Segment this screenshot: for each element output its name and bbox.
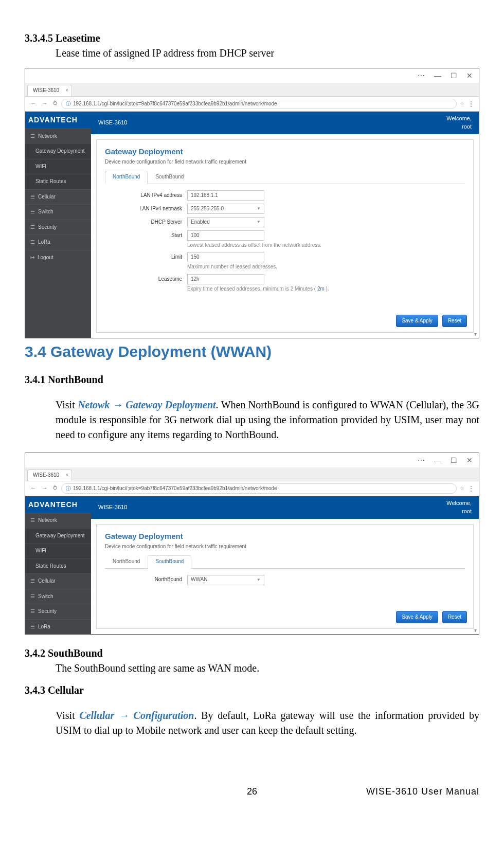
- tab-southbound[interactable]: SouthBound: [148, 555, 191, 569]
- input-leasetime[interactable]: 12h: [187, 274, 264, 284]
- text: Visit: [56, 399, 78, 410]
- reset-button[interactable]: Reset: [442, 315, 467, 328]
- sidebar-label: Security: [38, 224, 57, 231]
- sidebar-item-wifi[interactable]: WIFI: [25, 543, 91, 558]
- sidebar-label: Gateway Deployment: [35, 148, 85, 155]
- bookmark-icon[interactable]: ☆: [460, 100, 464, 108]
- input-start[interactable]: 100: [187, 230, 264, 241]
- tab-northbound[interactable]: NorthBound: [105, 555, 148, 568]
- sidebar-item-logout[interactable]: ↦Logout: [25, 250, 91, 265]
- dots-icon: ⋯: [418, 455, 425, 465]
- sidebar-item-lora[interactable]: ☰LoRa: [25, 619, 91, 635]
- scroll-indicator-icon: ▾: [472, 331, 479, 338]
- select-dhcp[interactable]: Enabled▼: [187, 217, 264, 227]
- select-northbound[interactable]: WWAN▼: [187, 575, 264, 585]
- label-northbound: NorthBound: [105, 576, 187, 584]
- sidebar-item-cellular[interactable]: ☰Cellular: [25, 573, 91, 589]
- sidebar-label: Network: [38, 517, 57, 525]
- label-lan-netmask: LAN IPv4 netmask: [105, 205, 187, 213]
- close-icon: ✕: [466, 455, 473, 465]
- brand-logo: ADVANTECH: [25, 112, 91, 128]
- back-icon[interactable]: ←: [29, 99, 38, 108]
- reload-icon[interactable]: ⥁: [52, 484, 58, 493]
- sidebar-label: Switch: [38, 593, 53, 601]
- sidebar-item-wifi[interactable]: WIFI: [25, 159, 91, 174]
- caret-icon: ▼: [257, 206, 261, 212]
- screenshot-1: ⋯ — ☐ ✕ WISE-3610 × ← → ⥁ ⓘ 192.168.1.1/…: [25, 68, 479, 338]
- nav-reference: Cellular → Configuration: [79, 710, 194, 721]
- hint-text: ).: [325, 286, 329, 292]
- heading-343: 3.4.3 Cellular: [25, 683, 479, 698]
- select-lan-netmask[interactable]: 255.255.255.0▼: [187, 204, 264, 214]
- save-apply-button[interactable]: Save & Apply: [396, 315, 438, 328]
- sidebar-item-static[interactable]: Static Routes: [25, 174, 91, 189]
- minimize-icon: —: [434, 70, 441, 81]
- label-lan-ip: LAN IPv4 address: [105, 192, 187, 200]
- sidebar-item-network[interactable]: ☰Network: [25, 129, 91, 144]
- desc-3345: Lease time of assigned IP address from D…: [25, 46, 479, 61]
- browser-menu-icon[interactable]: ⋮: [467, 483, 475, 494]
- sidebar-item-switch[interactable]: ☰Switch: [25, 589, 91, 604]
- address-bar[interactable]: ⓘ 192.168.1.1/cgi-bin/luci/;stok=9ab7f8c…: [61, 483, 457, 494]
- list-icon: ☰: [30, 578, 35, 585]
- sidebar-item-switch[interactable]: ☰Switch: [25, 204, 91, 220]
- sidebar: ADVANTECH ☰Network Gateway Deployment WI…: [25, 496, 91, 634]
- value: WWAN: [191, 576, 207, 584]
- sidebar-label: Static Routes: [35, 178, 66, 186]
- brand-logo: ADVANTECH: [25, 496, 91, 513]
- sidebar-label: Switch: [38, 208, 53, 216]
- value: 150: [191, 254, 200, 261]
- sidebar-label: WIFI: [35, 163, 46, 171]
- sidebar-label: Cellular: [38, 578, 56, 585]
- sidebar-item-gwdep[interactable]: Gateway Deployment: [25, 528, 91, 544]
- address-bar[interactable]: ⓘ 192.168.1.1/cgi-bin/luci/;stok=9ab7f8c…: [61, 99, 457, 110]
- sidebar-label: LoRa: [38, 623, 50, 631]
- browser-menu-icon[interactable]: ⋮: [467, 99, 475, 109]
- value: 255.255.255.0: [191, 205, 224, 213]
- sidebar-item-lora[interactable]: ☰LoRa: [25, 234, 91, 250]
- heading-341: 3.4.1 NorthBound: [25, 372, 479, 387]
- scroll-indicator-icon: ▾: [472, 627, 479, 634]
- desc-341: Visit Netowk → Gateway Deployment. When …: [25, 398, 479, 442]
- sidebar-item-gwdep[interactable]: Gateway Deployment: [25, 143, 91, 159]
- sidebar-item-security[interactable]: ☰Security: [25, 604, 91, 619]
- save-apply-button[interactable]: Save & Apply: [396, 611, 438, 624]
- back-icon[interactable]: ←: [29, 484, 38, 493]
- sidebar-item-security[interactable]: ☰Security: [25, 220, 91, 235]
- doc-title-footer: WISE-3610 User Manual: [329, 786, 479, 797]
- tab-northbound[interactable]: NorthBound: [105, 171, 148, 184]
- sidebar-label: Cellular: [38, 193, 56, 201]
- sidebar-label: LoRa: [38, 239, 50, 246]
- sidebar-item-static[interactable]: Static Routes: [25, 558, 91, 574]
- desc-343: Visit Cellular → Configuration. By defau…: [25, 708, 479, 738]
- sidebar-item-cellular[interactable]: ☰Cellular: [25, 189, 91, 205]
- reload-icon[interactable]: ⥁: [52, 99, 58, 108]
- url-text: 192.168.1.1/cgi-bin/luci/;stok=9ab7f8c64…: [73, 100, 277, 108]
- browser-tab[interactable]: WISE-3610 ×: [27, 470, 72, 481]
- content-title: Gateway Deployment: [105, 146, 465, 157]
- welcome-text: Welcome,: [446, 500, 472, 506]
- value: 192.168.1.1: [191, 192, 218, 200]
- heading-342: 3.4.2 SouthBound: [25, 646, 479, 661]
- input-limit[interactable]: 150: [187, 252, 264, 262]
- heading-34: 3.4 Gateway Deployment (WWAN): [25, 340, 479, 363]
- reset-button[interactable]: Reset: [442, 611, 467, 624]
- window-controls: ⋯ — ☐ ✕: [25, 453, 479, 467]
- input-lan-ip[interactable]: 192.168.1.1: [187, 190, 264, 201]
- screenshot-2: ⋯ — ☐ ✕ WISE-3610 × ← → ⥁ ⓘ 192.168.1.1/…: [25, 453, 479, 635]
- tab-close-icon[interactable]: ×: [65, 472, 68, 479]
- sidebar-item-network[interactable]: ☰Network: [25, 513, 91, 528]
- user-text: root: [462, 123, 472, 130]
- hint-leasetime: Expiry time of leased addresses, minimum…: [187, 285, 465, 293]
- label-leasetime: Leasetime: [105, 276, 187, 283]
- tab-close-icon[interactable]: ×: [65, 87, 68, 95]
- content-subtitle: Device mode configuration for field netw…: [105, 543, 465, 551]
- browser-tab[interactable]: WISE-3610 ×: [27, 85, 72, 96]
- topbar-title: WISE-3610: [98, 503, 127, 512]
- hint-link[interactable]: 2m: [317, 286, 325, 292]
- bookmark-icon[interactable]: ☆: [460, 485, 464, 493]
- forward-icon[interactable]: →: [41, 484, 49, 493]
- tab-southbound[interactable]: SouthBound: [148, 171, 191, 184]
- browser-tab-title: WISE-3610: [33, 472, 59, 478]
- forward-icon[interactable]: →: [41, 99, 49, 108]
